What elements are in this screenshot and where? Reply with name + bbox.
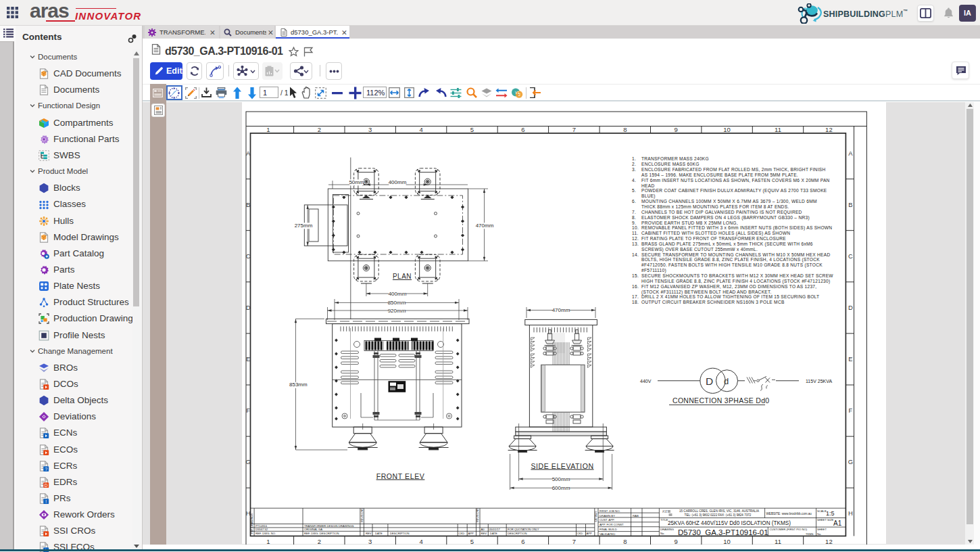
svg-text:17.: 17. [632, 294, 639, 299]
svg-text:12: 12 [825, 126, 833, 133]
svg-text:B: B [246, 201, 250, 208]
svg-text:REVISIONS: REVISIONS [361, 508, 364, 522]
svg-text:500mm: 500mm [552, 476, 570, 482]
svg-text:DESCRIPTION: DESCRIPTION [508, 532, 527, 535]
svg-text:FIRST JOB NO.: FIRST JOB NO. [599, 509, 620, 513]
svg-text:12: 12 [825, 538, 833, 545]
svg-text:DRAWING: DRAWING [660, 528, 674, 531]
svg-text:BOLTS, HIGH TENSILE GRADE: BOLTS, HIGH TENSILE GRADE 8.8, ZINC PLAT… [641, 257, 820, 262]
svg-text:2: 2 [318, 538, 321, 545]
svg-text:REV: REV [366, 532, 372, 535]
svg-text:SHEET SIZE: SHEET SIZE [817, 518, 834, 522]
svg-text:E: E [848, 355, 852, 363]
svg-text:C: C [848, 252, 853, 260]
svg-text:2: 2 [318, 126, 321, 133]
svg-text:CONNECTION 3PHASE Dd0: CONNECTION 3PHASE Dd0 [672, 396, 769, 405]
svg-text:TEL: (+61 3) 9832 0222: TEL: (+61 3) 9832 0222 FAX: (+61 3) 9824… [685, 513, 752, 517]
svg-text:(STOCK #F311112) BETWEEN BO: (STOCK #F311112) BETWEEN BOLT HEAD AND B… [641, 290, 772, 295]
svg-text:2: 2 [518, 93, 520, 97]
svg-text:5: 5 [470, 538, 474, 545]
svg-text:REMOVABLE PANEL FITTED WITH: REMOVABLE PANEL FITTED WITH 3 x 6mm INSE… [641, 225, 832, 231]
svg-text:FIT M12 GALVANISED ZP WASH: FIT M12 GALVANISED ZP WASHER, M12, 23MM … [641, 284, 816, 289]
svg-text:7: 7 [572, 126, 576, 133]
svg-text:APP: APP [468, 532, 474, 535]
svg-text:CKD: CKD [459, 532, 465, 535]
svg-text:SECURE TRANSFORMER TO MOUNT: SECURE TRANSFORMER TO MOUNTING CHANNELS … [641, 252, 831, 257]
svg-text:VALIDATED: VALIDATED [599, 532, 615, 536]
svg-text:D: D [45, 483, 48, 488]
svg-text:SIDE ELEVATION: SIDE ELEVATION [531, 462, 593, 470]
svg-text:#F5711110): #F5711110) [641, 268, 666, 273]
svg-text:ENCLOSURE MASS 60KG: ENCLOSURE MASS 60KG [641, 162, 700, 166]
svg-text:HIGH TENSILE GRADE 8.8, ZI: HIGH TENSILE GRADE 8.8, ZINC PLATE FINIS… [641, 279, 830, 284]
svg-text:REF. DWG. DESCRIPTION: REF. DWG. DESCRIPTION [304, 532, 339, 535]
svg-text:FRONT ELEV: FRONT ELEV [376, 472, 425, 480]
svg-text:FOR QUOTATION ONLY: FOR QUOTATION ONLY [508, 528, 539, 531]
svg-text:12.: 12. [632, 236, 639, 241]
svg-text:?: ? [45, 467, 47, 472]
svg-text:A: A [246, 150, 251, 157]
svg-text:OUTPUT CIRCUIT BREAKER SCHN: OUTPUT CIRCUIT BREAKER SCHNEIDER NS160N … [641, 300, 785, 304]
svg-text:FINAL BUILD: FINAL BUILD [599, 528, 617, 531]
svg-text:H: H [246, 509, 251, 517]
svg-text:G: G [848, 458, 853, 465]
svg-text:DESCRIPTION: DESCRIPTION [390, 532, 410, 535]
svg-text:920mm: 920mm [388, 308, 406, 314]
svg-text:D: D [706, 375, 713, 387]
svg-text:05/01/17: 05/01/17 [489, 528, 501, 531]
svg-text:FIT 6mm INSERT NUTS LOCATI: FIT 6mm INSERT NUTS LOCATIONS AS SHOWN, … [641, 178, 830, 183]
svg-text:ENCLOSURE FABRICATED FROM F: ENCLOSURE FABRICATED FROM FLAT ROLLED MS… [641, 167, 826, 172]
svg-text:600mm: 600mm [552, 485, 570, 491]
svg-text:BRASS GLAND PLATE 275mmL x: BRASS GLAND PLATE 275mmL x 50mmL x 5mm T… [641, 242, 813, 247]
svg-text:15.: 15. [632, 273, 639, 278]
svg-text:DRAWN BY: DRAWN BY [599, 514, 615, 518]
svg-text:SHEET: SHEET [817, 528, 827, 531]
svg-text:PLAN: PLAN [393, 273, 412, 280]
svg-text:10: 10 [723, 126, 731, 133]
svg-text:4: 4 [419, 538, 422, 545]
svg-text:TRANSFORMER DESIGN DRAWINGS: TRANSFORMER DESIGN DRAWINGS [304, 524, 354, 528]
svg-text:F: F [246, 407, 250, 414]
svg-text:D: D [246, 304, 251, 311]
svg-text:F: F [849, 407, 853, 414]
svg-text:SCREWS) OVER BASE CUTOUT 2: SCREWS) OVER BASE CUTOUT 255mmW x 40mmL. [641, 247, 758, 252]
svg-text:ELASTOMER SHOCK DAMPERS ON: ELASTOMER SHOCK DAMPERS ON 4 LEGS (BARRY… [641, 215, 810, 221]
svg-text:7.: 7. [632, 210, 636, 214]
svg-text:6: 6 [521, 538, 524, 545]
svg-text:1:5: 1:5 [826, 510, 835, 517]
svg-text:10.: 10. [632, 225, 639, 230]
svg-text:A1: A1 [833, 520, 842, 527]
svg-text:8: 8 [623, 538, 627, 545]
svg-text:14.: 14. [632, 252, 639, 257]
svg-text:E: E [246, 355, 250, 363]
svg-text:APP. FOR CONST.: APP. FOR CONST. [599, 523, 624, 526]
svg-text:8: 8 [623, 126, 627, 133]
svg-text:850mm: 850mm [388, 300, 406, 306]
svg-text:9: 9 [675, 126, 678, 133]
svg-text:PT10916: PT10916 [255, 524, 268, 528]
svg-text:TRANSFORMER MASS 240KG: TRANSFORMER MASS 240KG [641, 156, 709, 161]
svg-text:7: 7 [572, 538, 576, 545]
svg-text:470mm: 470mm [476, 223, 494, 229]
svg-text:DATE: DATE [375, 532, 383, 535]
svg-text:853mm: 853mm [289, 382, 308, 388]
svg-text:THICK 88mm x 125mm MOUNTIN: THICK 88mm x 125mm MOUNTING PLATES FOR I… [641, 204, 789, 209]
svg-text:APP: APP [587, 532, 593, 535]
svg-text:CHANNELS TO BE HOT DIP GA: CHANNELS TO BE HOT DIP GALVANISED PAINTI… [641, 210, 802, 215]
svg-text:TITLE: TITLE [660, 518, 668, 522]
svg-text:4: 4 [419, 126, 422, 133]
svg-text:400mm: 400mm [389, 291, 407, 297]
svg-text:18.: 18. [632, 300, 639, 304]
svg-text:RAB: RAB [633, 514, 639, 518]
svg-text:16.: 16. [632, 284, 639, 289]
svg-text:No.: No. [817, 532, 822, 536]
svg-text:6: 6 [521, 126, 524, 133]
svg-text:HEAD: HEAD [641, 183, 654, 188]
svg-text:13.: 13. [632, 242, 639, 246]
svg-text:d: d [724, 376, 729, 386]
svg-text:CUSTOMER (FIRST P/O NO): CUSTOMER (FIRST P/O NO) [770, 528, 808, 531]
svg-text:1: 1 [266, 126, 270, 133]
svg-text:25KVA 60HZ 440V/115V Dd0 I: 25KVA 60HZ 440V/115V Dd0 ISOLATION (TKMS… [668, 520, 791, 526]
svg-text:5: 5 [470, 126, 474, 133]
svg-text:50mm: 50mm [349, 179, 364, 185]
